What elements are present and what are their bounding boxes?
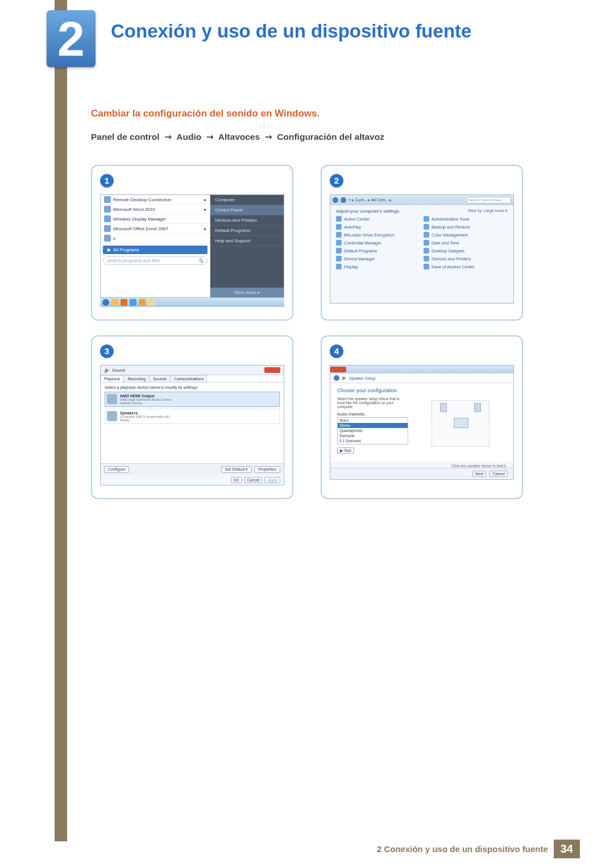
shutdown-button[interactable]: Shut down ▸ (210, 288, 284, 297)
path-step-2: Audio (176, 132, 201, 142)
cp-item-display[interactable]: Display (336, 264, 420, 269)
start-menu-item[interactable]: s (101, 234, 210, 243)
close-icon[interactable] (264, 367, 280, 373)
tab-playback[interactable]: Playback (101, 375, 123, 382)
cp-item-bitlocker[interactable]: BitLocker Drive Encryption (336, 232, 420, 238)
view-by-dropdown[interactable]: View by: Large icons ▾ (468, 209, 508, 214)
control-panel-screenshot: « ▸ Cont... ▸ All Cont... ▸ Search Contr… (330, 194, 514, 304)
cancel-button[interactable]: Cancel (489, 471, 508, 477)
list-item[interactable]: Stereo (338, 423, 408, 428)
device-status: Default Device (120, 401, 172, 405)
ok-button[interactable]: OK (231, 477, 242, 483)
cd-icon (336, 224, 342, 230)
cp-label: Ease of Access Center (432, 264, 475, 269)
close-icon[interactable] (330, 367, 346, 372)
all-programs-label: All Programs (113, 247, 139, 252)
breadcrumb[interactable]: « ▸ Cont... ▸ All Cont... ▸ (349, 198, 392, 202)
set-default-button[interactable]: Set Default ▾ (221, 466, 252, 473)
cp-item-default-programs[interactable]: Default Programs (336, 248, 420, 254)
start-menu-item[interactable]: Microsoft Word 2010▸ (101, 205, 210, 214)
start-orb-icon[interactable] (102, 299, 109, 306)
app-icon (104, 225, 111, 232)
cp-item-datetime[interactable]: Date and Time (424, 240, 508, 246)
tab-bar: Playback Recording Sounds Communications (101, 375, 284, 383)
start-menu-label: Microsoft Word 2010 (113, 207, 155, 212)
breadcrumb: Speaker Setup (349, 376, 375, 380)
access-icon (424, 264, 429, 269)
cp-item-credential[interactable]: Credential Manager (336, 240, 420, 246)
programs-icon (336, 248, 342, 254)
page-number: 34 (554, 840, 580, 858)
cp-label: Date and Time (432, 240, 459, 246)
dialog-heading: Choose your configuration (337, 388, 408, 393)
cp-item-device-manager[interactable]: Device Manager (336, 256, 420, 261)
chapter-number-badge: 2 (47, 10, 96, 67)
start-right-item[interactable]: Help and Support (210, 236, 284, 246)
list-item[interactable]: Surround (338, 433, 408, 438)
configure-button[interactable]: Configure (104, 466, 129, 473)
device-status: Ready (120, 418, 169, 422)
nav-back-icon[interactable] (333, 197, 338, 203)
speaker-setup-screenshot: 🔊 Speaker Setup Choose your configuratio… (330, 365, 514, 480)
list-item[interactable]: Mono (338, 418, 408, 423)
cp-label: Default Programs (344, 248, 377, 254)
dialog-instruction: Select the speaker setup below that is m… (337, 397, 408, 409)
start-right-item[interactable]: Default Programs (210, 226, 284, 236)
path-step-3: Altavoces (218, 132, 260, 142)
step-badge: 2 (330, 174, 343, 188)
cp-label: Devices and Printers (432, 256, 471, 261)
tab-recording[interactable]: Recording (124, 375, 149, 382)
cp-item-admin-tools[interactable]: Administrative Tools (424, 216, 508, 222)
nav-forward-icon[interactable] (341, 197, 346, 203)
apply-button[interactable]: Apply (264, 477, 280, 483)
chapter-title: Conexión y uso de un dispositivo fuente (111, 20, 471, 42)
list-item[interactable]: 5.2 Surround (338, 443, 408, 445)
speaker-icon: 🔊 (342, 376, 347, 380)
list-item[interactable]: 5.1 Surround (338, 438, 408, 443)
start-menu-item[interactable]: Wireless Display Manager (101, 214, 210, 224)
properties-button[interactable]: Properties (254, 466, 280, 473)
test-button[interactable]: ▶ Test (337, 447, 354, 454)
taskbar-icon[interactable] (121, 299, 127, 306)
list-item[interactable]: Quadraphonic (338, 428, 408, 433)
tab-sounds[interactable]: Sounds (150, 375, 170, 382)
start-right-item[interactable]: Control Panel (210, 205, 284, 215)
all-programs-button[interactable]: ▶ All Programs (103, 246, 208, 254)
speaker-icon[interactable] (440, 403, 447, 412)
step-panel-3: 3 🔊 Sound Playback Recording Sounds Comm… (91, 335, 293, 499)
playback-device[interactable]: Speakers Conexant 20671 SmartAudio HD Re… (105, 409, 280, 424)
cp-item-autoplay[interactable]: AutoPlay (336, 224, 420, 230)
speaker-diagram (432, 400, 489, 447)
tab-communications[interactable]: Communications (171, 375, 207, 382)
start-right-item[interactable]: Computer (210, 195, 284, 205)
taskbar-icon[interactable] (130, 299, 136, 306)
audio-channels-list[interactable]: Mono Stereo Quadraphonic Surround 5.1 Su… (337, 417, 408, 445)
cp-item-ease-of-access[interactable]: Ease of Access Center (424, 264, 508, 269)
dialog-title: Sound (112, 368, 125, 373)
nav-back-icon[interactable] (334, 375, 339, 381)
cp-item-color[interactable]: Color Management (424, 232, 508, 238)
start-menu-item[interactable]: Remote Desktop Connection▸ (101, 195, 210, 205)
start-right-item[interactable]: Devices and Printers (210, 215, 284, 226)
taskbar-icon[interactable] (148, 299, 155, 306)
playback-device[interactable]: AMD HDMI Output AMD High Definition Audi… (105, 392, 280, 407)
device-name: AMD HDMI Output (120, 394, 172, 398)
speaker-icon[interactable] (474, 403, 481, 412)
device-icon (336, 256, 342, 261)
next-button[interactable]: Next (472, 471, 486, 477)
start-menu-label: s (113, 236, 115, 241)
taskbar-icon[interactable] (139, 299, 146, 306)
taskbar-icon[interactable] (111, 299, 118, 306)
search-input[interactable]: Search programs and files 🔍 (103, 256, 208, 265)
cp-item-devices-printers[interactable]: Devices and Printers (424, 256, 508, 261)
cancel-button[interactable]: Cancel (244, 477, 263, 483)
cp-item-backup[interactable]: Backup and Restore (424, 224, 508, 230)
color-icon (424, 232, 429, 238)
start-menu-item[interactable]: Microsoft Office Excel 2007▸ (101, 224, 210, 234)
search-input[interactable]: Search Control Panel (467, 197, 511, 203)
search-placeholder: Search programs and files (107, 258, 160, 263)
cp-item-gadgets[interactable]: Desktop Gadgets (424, 248, 508, 254)
step-badge: 3 (100, 344, 114, 358)
arrow-icon: → (206, 132, 214, 142)
cp-item-action-center[interactable]: Action Center (336, 216, 420, 222)
